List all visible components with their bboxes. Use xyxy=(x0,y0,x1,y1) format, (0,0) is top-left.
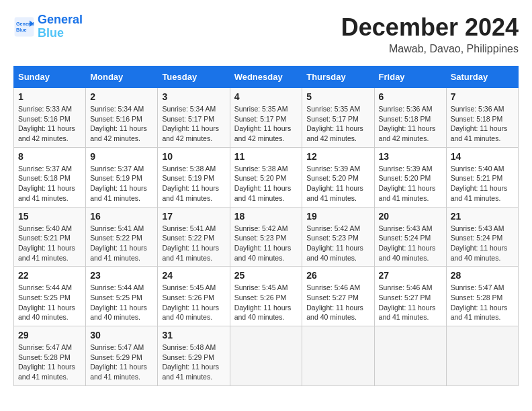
day-info: Sunrise: 5:48 AM Sunset: 5:29 PM Dayligh… xyxy=(162,342,225,382)
day-info: Sunrise: 5:34 AM Sunset: 5:17 PM Dayligh… xyxy=(162,104,225,144)
calendar-cell: 25Sunrise: 5:45 AM Sunset: 5:26 PM Dayli… xyxy=(230,267,302,326)
day-number: 20 xyxy=(379,211,442,222)
day-number: 18 xyxy=(234,211,298,222)
calendar-cell: 5Sunrise: 5:35 AM Sunset: 5:17 PM Daylig… xyxy=(302,88,374,148)
calendar-cell: 17Sunrise: 5:41 AM Sunset: 5:22 PM Dayli… xyxy=(158,207,230,267)
day-number: 25 xyxy=(234,270,298,281)
day-info: Sunrise: 5:36 AM Sunset: 5:18 PM Dayligh… xyxy=(379,104,442,144)
day-info: Sunrise: 5:43 AM Sunset: 5:24 PM Dayligh… xyxy=(379,224,442,263)
day-info: Sunrise: 5:35 AM Sunset: 5:17 PM Dayligh… xyxy=(306,104,369,144)
calendar-cell: 3Sunrise: 5:34 AM Sunset: 5:17 PM Daylig… xyxy=(158,88,230,148)
calendar-cell: 31Sunrise: 5:48 AM Sunset: 5:29 PM Dayli… xyxy=(158,326,230,386)
day-number: 11 xyxy=(234,151,298,162)
day-number: 21 xyxy=(451,211,514,222)
day-info: Sunrise: 5:45 AM Sunset: 5:26 PM Dayligh… xyxy=(162,283,225,322)
calendar-cell: 12Sunrise: 5:39 AM Sunset: 5:20 PM Dayli… xyxy=(302,147,374,207)
day-info: Sunrise: 5:34 AM Sunset: 5:16 PM Dayligh… xyxy=(90,104,153,144)
column-header-friday: Friday xyxy=(374,66,446,88)
day-info: Sunrise: 5:40 AM Sunset: 5:21 PM Dayligh… xyxy=(451,164,514,203)
day-info: Sunrise: 5:40 AM Sunset: 5:21 PM Dayligh… xyxy=(18,224,81,263)
column-header-saturday: Saturday xyxy=(446,66,518,88)
calendar-cell xyxy=(302,326,374,386)
day-info: Sunrise: 5:44 AM Sunset: 5:25 PM Dayligh… xyxy=(18,283,81,322)
day-number: 7 xyxy=(451,91,514,102)
calendar-cell: 18Sunrise: 5:42 AM Sunset: 5:23 PM Dayli… xyxy=(230,207,302,267)
day-number: 9 xyxy=(90,151,153,162)
day-info: Sunrise: 5:45 AM Sunset: 5:26 PM Dayligh… xyxy=(234,283,298,322)
day-number: 14 xyxy=(451,151,514,162)
calendar-table: SundayMondayTuesdayWednesdayThursdayFrid… xyxy=(13,66,519,386)
day-number: 10 xyxy=(162,151,225,162)
column-header-sunday: Sunday xyxy=(14,66,86,88)
month-year-title: December 2024 xyxy=(341,13,519,42)
day-number: 13 xyxy=(379,151,442,162)
calendar-cell: 1Sunrise: 5:33 AM Sunset: 5:16 PM Daylig… xyxy=(14,88,86,148)
day-number: 26 xyxy=(306,270,369,281)
day-number: 27 xyxy=(379,270,442,281)
day-info: Sunrise: 5:33 AM Sunset: 5:16 PM Dayligh… xyxy=(18,104,81,144)
day-info: Sunrise: 5:47 AM Sunset: 5:28 PM Dayligh… xyxy=(451,283,514,322)
calendar-cell: 16Sunrise: 5:41 AM Sunset: 5:22 PM Dayli… xyxy=(86,207,158,267)
day-info: Sunrise: 5:39 AM Sunset: 5:20 PM Dayligh… xyxy=(306,164,369,203)
day-number: 23 xyxy=(90,270,153,281)
day-info: Sunrise: 5:41 AM Sunset: 5:22 PM Dayligh… xyxy=(90,224,153,263)
day-number: 3 xyxy=(162,91,225,102)
day-info: Sunrise: 5:46 AM Sunset: 5:27 PM Dayligh… xyxy=(379,283,442,322)
calendar-week-row: 1Sunrise: 5:33 AM Sunset: 5:16 PM Daylig… xyxy=(14,88,519,148)
day-number: 2 xyxy=(90,91,153,102)
day-info: Sunrise: 5:42 AM Sunset: 5:23 PM Dayligh… xyxy=(234,224,298,263)
calendar-cell: 27Sunrise: 5:46 AM Sunset: 5:27 PM Dayli… xyxy=(374,267,446,326)
day-number: 29 xyxy=(18,330,81,340)
day-number: 31 xyxy=(162,330,225,340)
calendar-cell: 21Sunrise: 5:43 AM Sunset: 5:24 PM Dayli… xyxy=(446,207,518,267)
calendar-header-row: SundayMondayTuesdayWednesdayThursdayFrid… xyxy=(14,66,519,88)
calendar-cell: 2Sunrise: 5:34 AM Sunset: 5:16 PM Daylig… xyxy=(86,88,158,148)
logo-text: GeneralBlue xyxy=(38,13,83,40)
day-info: Sunrise: 5:44 AM Sunset: 5:25 PM Dayligh… xyxy=(90,283,153,322)
page-header: General Blue GeneralBlue December 2024 M… xyxy=(13,13,519,55)
day-number: 6 xyxy=(379,91,442,102)
column-header-wednesday: Wednesday xyxy=(230,66,302,88)
calendar-cell: 30Sunrise: 5:47 AM Sunset: 5:29 PM Dayli… xyxy=(86,326,158,386)
calendar-cell: 8Sunrise: 5:37 AM Sunset: 5:18 PM Daylig… xyxy=(14,147,86,207)
location-subtitle: Mawab, Davao, Philippines xyxy=(341,43,519,55)
day-info: Sunrise: 5:37 AM Sunset: 5:19 PM Dayligh… xyxy=(90,164,153,203)
day-info: Sunrise: 5:39 AM Sunset: 5:20 PM Dayligh… xyxy=(379,164,442,203)
day-info: Sunrise: 5:42 AM Sunset: 5:23 PM Dayligh… xyxy=(306,224,369,263)
logo: General Blue GeneralBlue xyxy=(13,13,83,40)
calendar-cell: 11Sunrise: 5:38 AM Sunset: 5:20 PM Dayli… xyxy=(230,147,302,207)
day-info: Sunrise: 5:36 AM Sunset: 5:18 PM Dayligh… xyxy=(451,104,514,144)
calendar-week-row: 15Sunrise: 5:40 AM Sunset: 5:21 PM Dayli… xyxy=(14,207,519,267)
day-info: Sunrise: 5:38 AM Sunset: 5:19 PM Dayligh… xyxy=(162,164,225,203)
calendar-cell xyxy=(374,326,446,386)
column-header-tuesday: Tuesday xyxy=(158,66,230,88)
day-number: 19 xyxy=(306,211,369,222)
day-number: 8 xyxy=(18,151,81,162)
calendar-cell: 15Sunrise: 5:40 AM Sunset: 5:21 PM Dayli… xyxy=(14,207,86,267)
calendar-cell: 24Sunrise: 5:45 AM Sunset: 5:26 PM Dayli… xyxy=(158,267,230,326)
day-number: 28 xyxy=(451,270,514,281)
calendar-cell: 10Sunrise: 5:38 AM Sunset: 5:19 PM Dayli… xyxy=(158,147,230,207)
day-info: Sunrise: 5:46 AM Sunset: 5:27 PM Dayligh… xyxy=(306,283,369,322)
calendar-cell: 22Sunrise: 5:44 AM Sunset: 5:25 PM Dayli… xyxy=(14,267,86,326)
day-info: Sunrise: 5:47 AM Sunset: 5:28 PM Dayligh… xyxy=(18,342,81,382)
day-info: Sunrise: 5:41 AM Sunset: 5:22 PM Dayligh… xyxy=(162,224,225,263)
day-number: 4 xyxy=(234,91,298,102)
day-number: 5 xyxy=(306,91,369,102)
calendar-cell: 14Sunrise: 5:40 AM Sunset: 5:21 PM Dayli… xyxy=(446,147,518,207)
calendar-cell: 13Sunrise: 5:39 AM Sunset: 5:20 PM Dayli… xyxy=(374,147,446,207)
day-number: 1 xyxy=(18,91,81,102)
column-header-monday: Monday xyxy=(86,66,158,88)
calendar-cell: 29Sunrise: 5:47 AM Sunset: 5:28 PM Dayli… xyxy=(14,326,86,386)
calendar-cell xyxy=(446,326,518,386)
calendar-body: 1Sunrise: 5:33 AM Sunset: 5:16 PM Daylig… xyxy=(14,88,519,386)
calendar-cell: 7Sunrise: 5:36 AM Sunset: 5:18 PM Daylig… xyxy=(446,88,518,148)
day-number: 16 xyxy=(90,211,153,222)
calendar-week-row: 8Sunrise: 5:37 AM Sunset: 5:18 PM Daylig… xyxy=(14,147,519,207)
calendar-cell: 28Sunrise: 5:47 AM Sunset: 5:28 PM Dayli… xyxy=(446,267,518,326)
calendar-cell: 20Sunrise: 5:43 AM Sunset: 5:24 PM Dayli… xyxy=(374,207,446,267)
day-info: Sunrise: 5:37 AM Sunset: 5:18 PM Dayligh… xyxy=(18,164,81,203)
day-number: 15 xyxy=(18,211,81,222)
calendar-cell xyxy=(230,326,302,386)
day-number: 17 xyxy=(162,211,225,222)
